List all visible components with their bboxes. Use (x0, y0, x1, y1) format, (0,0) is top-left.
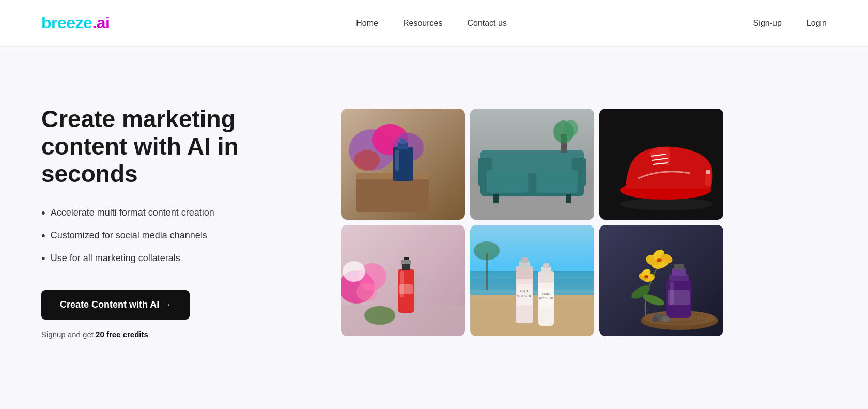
signup-link[interactable]: Sign-up (753, 19, 782, 28)
svg-rect-42 (401, 260, 411, 264)
hero-title: Create marketing content with AI in seco… (41, 105, 300, 188)
grid-image-sofa (470, 109, 594, 220)
svg-point-23 (564, 120, 578, 137)
signup-note: Signup and get 20 free credits (41, 330, 148, 339)
signup-note-prefix: Signup and get (41, 330, 96, 339)
svg-point-25 (620, 198, 713, 210)
svg-rect-31 (706, 170, 710, 174)
feature-item-3: Use for all marketing collaterals (41, 252, 300, 265)
signup-note-credits: 20 free credits (96, 330, 148, 339)
svg-text:MOCKUP: MOCKUP (539, 297, 553, 300)
svg-point-83 (657, 258, 662, 262)
product-image-grid: TUBE MOCKUP TUBE MOCKUP (341, 109, 723, 336)
main-nav: Home Resources Contact us (356, 19, 507, 28)
svg-rect-17 (487, 170, 528, 193)
svg-point-38 (364, 306, 395, 325)
login-link[interactable]: Login (807, 19, 827, 28)
svg-rect-1 (357, 176, 429, 212)
logo-dot: . (92, 13, 96, 32)
svg-rect-59 (538, 271, 554, 283)
nav-home[interactable]: Home (356, 19, 378, 28)
grid-image-tubes: TUBE MOCKUP TUBE MOCKUP (470, 225, 594, 336)
svg-rect-9 (400, 139, 406, 144)
grid-image-nailpolish (341, 225, 465, 336)
svg-rect-54 (521, 257, 528, 263)
svg-text:TUBE: TUBE (542, 292, 550, 295)
svg-point-37 (357, 283, 377, 301)
nav-contact[interactable]: Contact us (467, 19, 506, 28)
feature-list: Accelerate multi format content creation… (41, 206, 300, 265)
grid-image-perfume (341, 109, 465, 220)
svg-rect-10 (395, 150, 399, 171)
logo: breeze.ai (41, 13, 110, 33)
svg-rect-61 (543, 263, 549, 268)
logo-ai-text: ai (97, 13, 110, 32)
svg-point-78 (652, 317, 658, 322)
grid-image-sneaker (599, 109, 723, 220)
svg-text:MOCKUP: MOCKUP (517, 294, 533, 298)
svg-rect-18 (536, 170, 578, 193)
cta-button[interactable]: Create Content with AI → (41, 290, 190, 320)
svg-point-6 (354, 150, 380, 171)
feature-item-2: Customized for social media channels (41, 229, 300, 243)
svg-text:TUBE: TUBE (520, 289, 530, 293)
logo-breeze-text: breeze (41, 13, 92, 32)
svg-rect-44 (399, 284, 413, 294)
svg-rect-19 (493, 194, 499, 203)
main-content: Create marketing content with AI in seco… (0, 47, 868, 398)
header: breeze.ai Home Resources Contact us Sign… (0, 0, 868, 47)
cta-area: Create Content with AI → Signup and get … (41, 290, 300, 339)
svg-point-87 (644, 275, 648, 278)
svg-rect-72 (672, 268, 686, 276)
feature-item-1: Accelerate multi format content creation (41, 206, 300, 220)
nav-resources[interactable]: Resources (403, 19, 442, 28)
grid-image-orchid (599, 225, 723, 336)
svg-rect-73 (674, 264, 684, 269)
hero-left-panel: Create marketing content with AI in seco… (41, 105, 300, 339)
svg-point-36 (343, 261, 365, 282)
svg-point-50 (474, 241, 500, 260)
svg-rect-75 (668, 290, 690, 305)
svg-point-77 (661, 316, 670, 322)
svg-rect-20 (566, 194, 571, 203)
header-auth: Sign-up Login (753, 19, 827, 28)
